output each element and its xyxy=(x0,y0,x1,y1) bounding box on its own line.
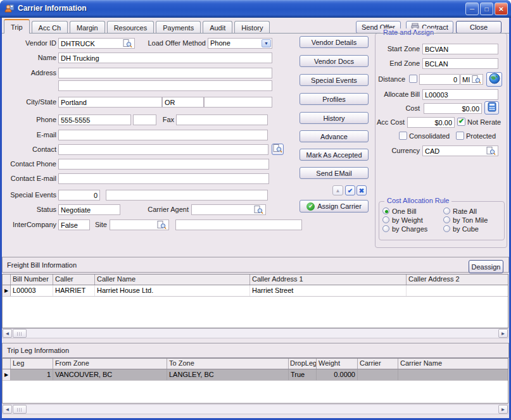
column-header[interactable]: Carrier Name xyxy=(398,359,508,369)
tab-margin[interactable]: Margin xyxy=(70,21,105,34)
table-row[interactable]: ▶ L00003 HARRIET Harriet House Ltd. Harr… xyxy=(3,285,508,297)
trip-leg-grid-header: Leg From Zone To Zone DropLeg Weight Car… xyxy=(3,359,508,369)
column-header[interactable]: From Zone xyxy=(53,359,167,369)
cost-field[interactable] xyxy=(424,103,482,114)
phone-field[interactable] xyxy=(58,114,131,125)
close-button[interactable]: ✕ xyxy=(495,3,508,15)
send-email-button[interactable]: Send EMail xyxy=(300,167,369,179)
currency-field[interactable]: CAD xyxy=(422,145,498,156)
column-header[interactable]: Carrier xyxy=(358,359,398,369)
advance-button[interactable]: Advance xyxy=(300,130,369,142)
column-header[interactable]: Bill Number xyxy=(11,275,53,285)
city-field[interactable] xyxy=(58,97,162,108)
tab-payments[interactable]: Payments xyxy=(156,21,201,34)
phone-ext-field[interactable] xyxy=(133,114,156,125)
special-events-label: Special Events xyxy=(3,191,56,199)
email-field[interactable] xyxy=(58,130,268,140)
vendor-id-label: Vendor ID xyxy=(3,39,56,47)
site-name-field[interactable] xyxy=(175,219,302,230)
chevron-down-icon[interactable]: ▼ xyxy=(262,39,271,47)
distance-value-field[interactable] xyxy=(419,74,460,85)
trip-leg-hscrollbar[interactable]: ◄ ► xyxy=(2,404,508,414)
lookup-icon[interactable] xyxy=(254,206,263,214)
start-zone-field[interactable] xyxy=(422,44,498,54)
confirm-button[interactable]: ✔ xyxy=(345,185,355,195)
minimize-button[interactable]: ─ xyxy=(465,3,479,15)
distance-checkbox[interactable] xyxy=(409,75,417,83)
tab-trip[interactable]: Trip xyxy=(4,19,30,34)
maximize-button[interactable]: □ xyxy=(480,3,493,15)
load-offer-method-label: Load Offer Method xyxy=(140,39,206,47)
radio-rate-all[interactable] xyxy=(443,207,450,214)
column-header[interactable]: To Zone xyxy=(167,359,289,369)
cancel-button[interactable]: ✖ xyxy=(356,185,367,195)
distance-unit-field[interactable]: MI xyxy=(460,74,483,85)
not-rerate-checkbox[interactable] xyxy=(457,118,465,126)
tab-resources[interactable]: Resources xyxy=(107,21,155,34)
assign-carrier-button[interactable]: ✔ Assign Carrier xyxy=(300,200,369,213)
contact-field[interactable] xyxy=(58,144,268,155)
consolidated-checkbox[interactable] xyxy=(399,132,407,140)
tab-audit[interactable]: Audit xyxy=(203,21,232,34)
scroll-thumb[interactable] xyxy=(13,329,27,338)
tab-acc-ch[interactable]: Acc Ch xyxy=(32,21,68,34)
protected-checkbox[interactable] xyxy=(456,132,464,140)
radio-by-ton-mile[interactable] xyxy=(443,216,450,223)
column-header[interactable]: Caller Name xyxy=(95,275,250,285)
scroll-right-button[interactable]: ► xyxy=(498,329,508,338)
special-events-count-field[interactable] xyxy=(58,190,100,201)
column-header[interactable]: Caller Address 1 xyxy=(250,275,407,285)
name-label: Name xyxy=(3,54,56,61)
lookup-icon[interactable] xyxy=(123,39,132,47)
column-header[interactable]: Leg xyxy=(11,359,53,369)
scroll-thumb[interactable] xyxy=(13,405,27,414)
vendor-id-field[interactable]: DHTRUCK xyxy=(58,38,135,49)
zip-field[interactable] xyxy=(204,97,272,108)
radio-by-cube[interactable] xyxy=(443,225,450,232)
radio-by-weight[interactable] xyxy=(382,216,389,223)
acc-cost-field[interactable] xyxy=(407,117,455,128)
contact-lookup-button[interactable] xyxy=(272,144,284,155)
special-events-desc-field[interactable] xyxy=(106,190,268,201)
site-field[interactable] xyxy=(110,219,169,230)
radio-one-bill[interactable] xyxy=(382,207,389,214)
radio-by-ton-mile-label: by Ton Mile xyxy=(453,216,488,224)
calculator-button[interactable] xyxy=(484,101,499,114)
table-row[interactable]: ▶ 1 VANCOUVER, BC LANGLEY, BC True 0.000… xyxy=(3,369,508,381)
lookup-icon[interactable] xyxy=(486,147,496,155)
mileage-globe-button[interactable] xyxy=(486,72,502,87)
allocate-bill-field[interactable] xyxy=(422,89,498,100)
scroll-left-button[interactable]: ◄ xyxy=(3,329,12,338)
scroll-right-button[interactable]: ► xyxy=(498,405,508,414)
column-header[interactable]: Weight xyxy=(317,359,358,369)
column-header[interactable]: DropLeg xyxy=(289,359,317,369)
radio-rate-all-label: Rate All xyxy=(453,207,477,215)
end-zone-field[interactable] xyxy=(422,58,498,69)
lookup-icon[interactable] xyxy=(472,75,481,83)
status-field[interactable] xyxy=(58,204,120,215)
scroll-left-icon: ◄ xyxy=(5,407,10,412)
column-header[interactable]: Caller xyxy=(53,275,95,285)
address-line1-field[interactable] xyxy=(58,68,272,78)
contact-email-field[interactable] xyxy=(58,173,269,184)
state-field[interactable] xyxy=(162,97,204,108)
tab-history[interactable]: History xyxy=(234,21,270,34)
load-offer-method-combo[interactable]: Phone ▼ xyxy=(208,38,272,49)
name-field[interactable] xyxy=(58,52,272,63)
carrier-agent-field[interactable] xyxy=(191,204,266,215)
deassign-button[interactable]: Deassign xyxy=(469,260,503,273)
scroll-left-icon: ◄ xyxy=(5,331,10,337)
tab-strip-line xyxy=(2,33,509,34)
move-up-button[interactable]: ▲ xyxy=(332,185,343,195)
contact-phone-field[interactable] xyxy=(58,159,269,170)
contact-phone-label: Contact Phone xyxy=(3,160,56,168)
scroll-left-button[interactable]: ◄ xyxy=(3,405,12,414)
radio-by-charges[interactable] xyxy=(382,225,389,232)
freight-bill-hscrollbar[interactable]: ◄ ► xyxy=(2,328,508,338)
end-zone-label: End Zone xyxy=(356,59,420,67)
address-line2-field[interactable] xyxy=(58,80,272,91)
lookup-icon[interactable] xyxy=(157,221,167,229)
close-dialog-button[interactable]: Close xyxy=(456,21,502,34)
fax-field[interactable] xyxy=(176,114,268,125)
column-header[interactable]: Caller Address 2 xyxy=(407,275,508,285)
